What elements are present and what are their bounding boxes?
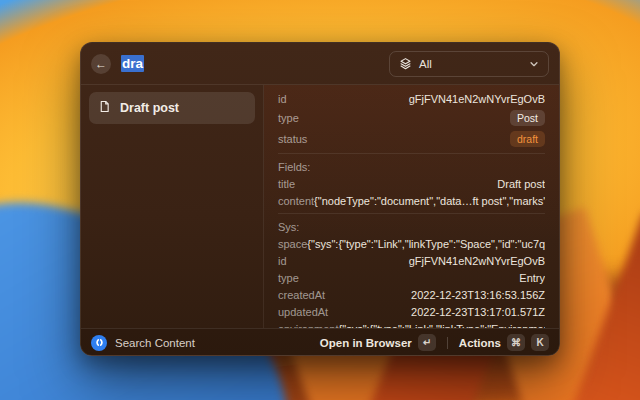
row-label: status [278, 133, 307, 145]
row-label: title [278, 178, 295, 190]
detail-row: space {"sys":{"type":"Link","linkType":"… [278, 235, 545, 252]
actions-button[interactable]: Actions ⌘ K [459, 334, 549, 351]
row-label: updatedAt [278, 306, 328, 318]
row-label: space [278, 238, 307, 250]
row-label: type [278, 272, 299, 284]
type-badge: Post [510, 110, 545, 126]
row-value: Entry [299, 272, 545, 284]
command-key-hint: ⌘ [507, 334, 525, 351]
content-types-icon [399, 57, 412, 70]
detail-row: content {"nodeType":"document","data…ft … [278, 192, 545, 209]
section-header: Sys: [278, 218, 545, 235]
arrow-left-icon: ← [95, 57, 107, 71]
section-divider [278, 213, 545, 214]
filter-dropdown[interactable]: All [389, 51, 549, 77]
row-label: environment [278, 323, 339, 329]
row-value: gFjFVN41eN2wNYvrEgOvB [287, 93, 545, 105]
detail-row: createdAt 2022-12-23T13:16:53.156Z [278, 286, 545, 303]
section-header: Fields: [278, 158, 545, 175]
contentful-icon [91, 335, 107, 351]
search-input[interactable]: dra [121, 56, 389, 71]
k-key-hint: K [531, 334, 549, 351]
chevron-down-icon [529, 59, 539, 69]
filter-selected-label: All [419, 58, 432, 70]
row-label: createdAt [278, 289, 325, 301]
window-body: Draft post id gFjFVN41eN2wNYvrEgOvB type… [81, 85, 559, 328]
actions-label: Actions [459, 337, 501, 349]
row-value: {"nodeType":"document","data…ft post","m… [314, 195, 545, 207]
section-divider [278, 153, 545, 154]
action-bar-app-label: Search Content [115, 337, 195, 349]
raycast-window: ← dra All [80, 42, 560, 356]
row-value: Post [299, 110, 545, 126]
row-label: id [278, 255, 287, 267]
detail-row: id gFjFVN41eN2wNYvrEgOvB [278, 252, 545, 269]
back-button[interactable]: ← [91, 54, 111, 74]
detail-row: id gFjFVN41eN2wNYvrEgOvB [278, 90, 545, 107]
results-list: Draft post [81, 85, 264, 328]
list-item-title: Draft post [120, 101, 179, 115]
search-query-text: dra [121, 55, 144, 72]
row-label: content [278, 195, 314, 207]
document-icon [98, 100, 111, 116]
row-label: id [278, 93, 287, 105]
list-item-draft-post[interactable]: Draft post [89, 92, 255, 124]
row-value: gFjFVN41eN2wNYvrEgOvB [287, 255, 545, 267]
detail-row-clipped: environment {"sys":{"type":"Link","linkT… [278, 320, 545, 328]
action-bar: Search Content Open in Browser ↵ Actions… [81, 328, 559, 356]
row-value: 2022-12-23T13:16:53.156Z [325, 289, 545, 301]
detail-row: updatedAt 2022-12-23T13:17:01.571Z [278, 303, 545, 320]
open-in-browser-label: Open in Browser [320, 337, 412, 349]
row-value: draft [307, 131, 545, 147]
row-value: Draft post [295, 178, 545, 190]
row-value: {"sys":{"type":"Link","linkType":"Enviro… [339, 323, 545, 329]
open-in-browser-button[interactable]: Open in Browser ↵ [320, 334, 436, 351]
detail-row: type Entry [278, 269, 545, 286]
action-bar-separator [447, 337, 448, 349]
status-badge: draft [510, 131, 545, 147]
row-value: 2022-12-23T13:17:01.571Z [328, 306, 545, 318]
enter-key-hint: ↵ [418, 334, 436, 351]
detail-pane: id gFjFVN41eN2wNYvrEgOvB type Post statu… [264, 85, 559, 328]
row-value: {"sys":{"type":"Link","linkType":"Space"… [307, 238, 545, 250]
row-label: type [278, 112, 299, 124]
detail-row: status draft [278, 128, 545, 149]
detail-row: type Post [278, 107, 545, 128]
search-bar: ← dra All [81, 43, 559, 85]
detail-row: title Draft post [278, 175, 545, 192]
